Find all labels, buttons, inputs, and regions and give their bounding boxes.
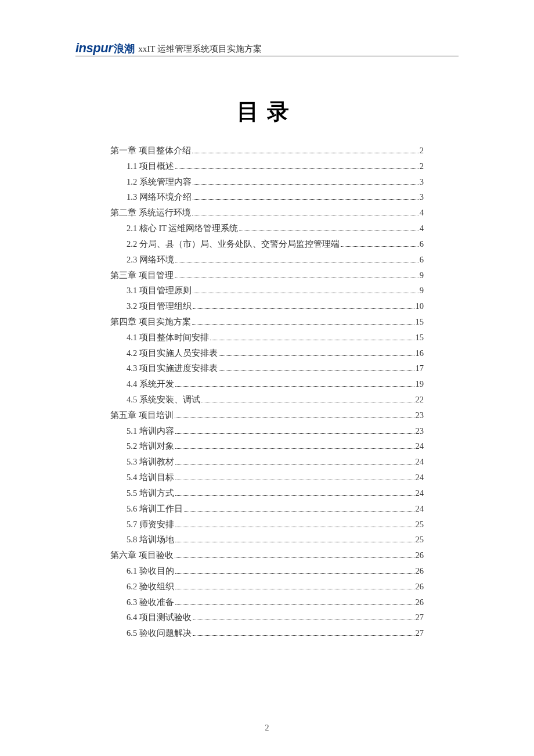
toc-entry-page: 3 bbox=[420, 189, 424, 205]
toc-entry-label: 第六章 项目验收 bbox=[110, 548, 174, 563]
toc-entry-label: 5.7 师资安排 bbox=[127, 517, 174, 532]
toc-entry-label: 6.1 验收目的 bbox=[127, 563, 174, 579]
toc-entry[interactable]: 4.3 项目实施进度安排表17 bbox=[110, 361, 424, 376]
toc-entry-label: 6.3 验收准备 bbox=[127, 595, 174, 610]
toc-entry-label: 4.3 项目实施进度安排表 bbox=[127, 361, 218, 376]
toc-entry-page: 25 bbox=[416, 532, 424, 548]
toc-entry-page: 27 bbox=[416, 625, 424, 641]
toc-entry[interactable]: 6.3 验收准备26 bbox=[110, 595, 424, 610]
toc-entry-page: 6 bbox=[420, 236, 424, 252]
toc-entry[interactable]: 4.2 项目实施人员安排表16 bbox=[110, 345, 424, 361]
toc-entry-label: 3.1 项目管理原则 bbox=[127, 283, 192, 298]
toc-leader-dots bbox=[193, 199, 418, 200]
logo-english: inspur bbox=[75, 41, 113, 56]
toc-entry-page: 26 bbox=[416, 579, 424, 595]
toc-entry-page: 23 bbox=[416, 408, 424, 423]
toc-entry-page: 15 bbox=[416, 330, 424, 345]
toc-entry-page: 27 bbox=[416, 610, 424, 625]
toc-leader-dots bbox=[192, 153, 418, 153]
toc-entry-label: 5.6 培训工作日 bbox=[127, 501, 183, 517]
toc-entry-label: 5.4 培训目标 bbox=[127, 470, 174, 485]
toc-entry-label: 6.5 验收问题解决 bbox=[127, 625, 192, 641]
toc-entry-page: 4 bbox=[420, 221, 424, 236]
toc-entry-page: 25 bbox=[416, 517, 424, 532]
toc-leader-dots bbox=[219, 370, 414, 371]
toc-entry[interactable]: 6.4 项目测试验收27 bbox=[110, 610, 424, 625]
toc-entry[interactable]: 第五章 项目培训23 bbox=[110, 408, 424, 423]
toc-leader-dots bbox=[193, 635, 414, 636]
toc-entry[interactable]: 5.1 培训内容23 bbox=[110, 423, 424, 439]
toc-entry-page: 2 bbox=[420, 159, 424, 174]
toc-leader-dots bbox=[175, 262, 418, 262]
toc-entry[interactable]: 4.1 项目整体时间安排15 bbox=[110, 330, 424, 345]
toc-entry-page: 19 bbox=[416, 376, 424, 392]
toc-entry-page: 22 bbox=[416, 392, 424, 408]
toc-entry[interactable]: 第三章 项目管理9 bbox=[110, 268, 424, 283]
toc-entry[interactable]: 第六章 项目验收26 bbox=[110, 548, 424, 563]
toc-entry[interactable]: 第四章 项目实施方案15 bbox=[110, 314, 424, 330]
toc-leader-dots bbox=[175, 448, 414, 449]
toc-entry-page: 17 bbox=[416, 361, 424, 376]
toc-entry[interactable]: 1.1 项目概述2 bbox=[110, 159, 424, 174]
toc-entry-label: 第四章 项目实施方案 bbox=[110, 314, 191, 330]
toc-leader-dots bbox=[175, 527, 414, 527]
toc-entry[interactable]: 6.5 验收问题解决27 bbox=[110, 625, 424, 641]
toc-leader-dots bbox=[175, 433, 414, 434]
toc-entry-page: 4 bbox=[420, 205, 424, 221]
toc-leader-dots bbox=[184, 511, 414, 512]
toc-leader-dots bbox=[201, 402, 414, 402]
toc-leader-dots bbox=[175, 278, 418, 278]
toc-entry-label: 3.2 项目管理组织 bbox=[127, 298, 192, 314]
toc-leader-dots bbox=[175, 604, 414, 605]
toc-entry-label: 1.3 网络环境介绍 bbox=[127, 189, 192, 205]
toc-entry-label: 4.5 系统安装、调试 bbox=[127, 392, 200, 408]
toc-entry[interactable]: 4.4 系统开发19 bbox=[110, 376, 424, 392]
toc-entry-page: 16 bbox=[416, 345, 424, 361]
toc-entry[interactable]: 1.2 系统管理内容3 bbox=[110, 174, 424, 190]
toc-entry-page: 26 bbox=[416, 595, 424, 610]
toc-leader-dots bbox=[219, 355, 414, 356]
toc-entry[interactable]: 3.2 项目管理组织10 bbox=[110, 298, 424, 314]
toc-entry[interactable]: 5.4 培训目标24 bbox=[110, 470, 424, 485]
toc-entry[interactable]: 5.2 培训对象24 bbox=[110, 438, 424, 454]
toc-entry[interactable]: 第二章 系统运行环境4 bbox=[110, 205, 424, 221]
toc-entry-label: 5.1 培训内容 bbox=[127, 423, 174, 439]
toc-entry[interactable]: 5.5 培训方式24 bbox=[110, 485, 424, 501]
toc-entry[interactable]: 2.2 分局、县（市）局、业务处队、交警分局监控管理端6 bbox=[110, 236, 424, 252]
toc-entry[interactable]: 5.3 培训教材24 bbox=[110, 454, 424, 470]
logo-chinese: 浪潮 bbox=[114, 42, 135, 56]
toc-entry-label: 1.1 项目概述 bbox=[127, 159, 174, 174]
toc-leader-dots bbox=[175, 386, 414, 387]
toc-entry-label: 5.8 培训场地 bbox=[127, 532, 174, 548]
toc-entry-page: 10 bbox=[416, 298, 424, 314]
toc-entry-label: 2.3 网络环境 bbox=[127, 252, 174, 268]
toc-entry[interactable]: 5.7 师资安排25 bbox=[110, 517, 424, 532]
toc-entry-page: 26 bbox=[416, 563, 424, 579]
toc-entry[interactable]: 2.1 核心 IT 运维网络管理系统4 bbox=[110, 221, 424, 236]
toc-entry[interactable]: 第一章 项目整体介绍2 bbox=[110, 143, 424, 159]
header-title: xxIT 运维管理系统项目实施方案 bbox=[138, 44, 262, 56]
toc-entry-page: 26 bbox=[416, 548, 424, 563]
toc-entry[interactable]: 5.6 培训工作日24 bbox=[110, 501, 424, 517]
toc-leader-dots bbox=[175, 589, 414, 589]
toc-entry[interactable]: 1.3 网络环境介绍3 bbox=[110, 189, 424, 205]
toc-entry-label: 5.3 培训教材 bbox=[127, 454, 174, 470]
toc-entry[interactable]: 5.8 培训场地25 bbox=[110, 532, 424, 548]
toc-leader-dots bbox=[175, 480, 414, 480]
toc-entry-page: 2 bbox=[420, 143, 424, 159]
toc-entry[interactable]: 2.3 网络环境6 bbox=[110, 252, 424, 268]
toc-entry[interactable]: 4.5 系统安装、调试22 bbox=[110, 392, 424, 408]
toc-leader-dots bbox=[239, 231, 418, 231]
toc-entry-label: 5.2 培训对象 bbox=[127, 438, 174, 454]
toc-leader-dots bbox=[210, 340, 414, 340]
toc-entry[interactable]: 3.1 项目管理原则9 bbox=[110, 283, 424, 298]
toc-entry[interactable]: 6.1 验收目的26 bbox=[110, 563, 424, 579]
inspur-logo: inspur 浪潮 bbox=[75, 41, 135, 56]
page-header: inspur 浪潮 xxIT 运维管理系统项目实施方案 bbox=[75, 41, 459, 56]
toc-leader-dots bbox=[193, 293, 418, 293]
toc-entry-label: 5.5 培训方式 bbox=[127, 485, 174, 501]
toc-leader-dots bbox=[175, 464, 414, 465]
toc-entry[interactable]: 6.2 验收组织26 bbox=[110, 579, 424, 595]
toc-entry-label: 第二章 系统运行环境 bbox=[110, 205, 191, 221]
toc-entry-label: 4.2 项目实施人员安排表 bbox=[127, 345, 218, 361]
